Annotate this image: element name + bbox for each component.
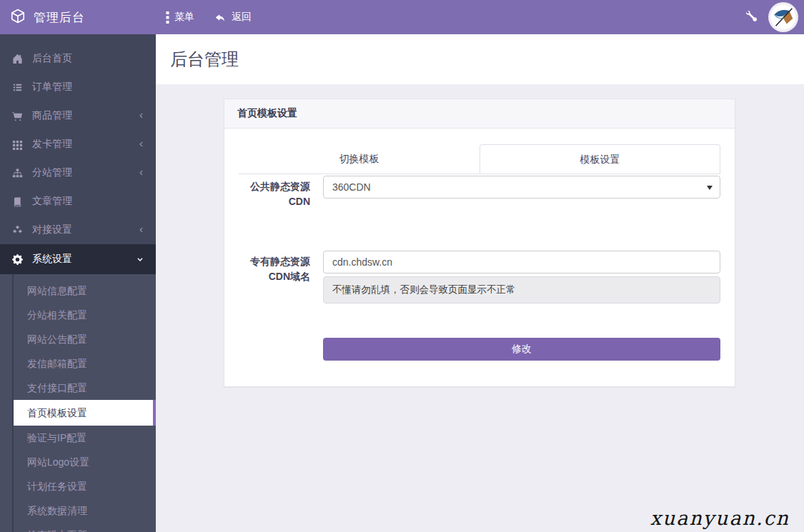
sidebar-item-label: 商品管理 xyxy=(32,109,138,122)
tab-bar: 切换模板 模板设置 xyxy=(239,144,720,174)
submenu-item-substation-config[interactable]: 分站相关配置 xyxy=(0,303,156,327)
chevron-left-icon xyxy=(138,169,144,177)
submenu-item-verify-ip[interactable]: 验证与IP配置 xyxy=(0,426,156,450)
caret-down-icon xyxy=(707,186,713,190)
sidebar-item-cards[interactable]: 发卡管理 xyxy=(0,130,156,159)
tools-button[interactable] xyxy=(733,0,770,34)
submenu-item-announcement[interactable]: 网站公告配置 xyxy=(0,327,156,351)
sidebar-item-products[interactable]: 商品管理 xyxy=(0,101,156,130)
submenu-item-mail[interactable]: 发信邮箱配置 xyxy=(0,351,156,376)
sidebar-item-label: 分站管理 xyxy=(32,166,138,179)
grid-icon xyxy=(11,139,23,150)
submenu-item-logo[interactable]: 网站Logo设置 xyxy=(0,450,156,474)
sidebar-item-label: 对接设置 xyxy=(32,224,138,236)
chevron-left-icon xyxy=(138,111,144,120)
public-cdn-label: 公共静态资源 CDN xyxy=(239,176,323,209)
sidebar-item-label: 订单管理 xyxy=(32,81,144,94)
card-header: 首页模板设置 xyxy=(224,99,735,129)
submenu-item-cron[interactable]: 计划任务设置 xyxy=(0,474,156,498)
gear-icon xyxy=(11,254,23,265)
card-body: 切换模板 模板设置 公共静态资源 CDN 360CDN xyxy=(224,129,735,386)
submenu-item-data-clean[interactable]: 系统数据清理 xyxy=(0,498,156,523)
cart-icon xyxy=(11,110,23,121)
menu-button-label: 菜单 xyxy=(174,11,194,24)
chevron-left-icon xyxy=(138,140,144,149)
brand[interactable]: 管理后台 xyxy=(0,9,156,26)
page-header: 后台管理 xyxy=(156,34,804,84)
wrench-icon xyxy=(746,11,757,24)
sidebar-item-label: 文章管理 xyxy=(32,195,144,208)
public-cdn-select[interactable]: 360CDN xyxy=(323,176,720,199)
menu-button[interactable]: 菜单 xyxy=(156,0,204,34)
cubes-icon xyxy=(11,224,23,236)
back-button[interactable]: 返回 xyxy=(204,0,262,34)
sidebar-item-label: 发卡管理 xyxy=(32,138,138,151)
chevron-left-icon xyxy=(138,226,144,234)
cube-logo-icon xyxy=(10,9,26,26)
public-cdn-row: 公共静态资源 CDN 360CDN xyxy=(239,176,720,209)
main-area: 后台管理 首页模板设置 切换模板 模板设置 公共静态资源 CDN xyxy=(156,34,804,532)
system-settings-submenu: 网站信息配置 分站相关配置 网站公告配置 发信邮箱配置 支付接口配置 首页模板设… xyxy=(0,274,156,532)
avatar[interactable] xyxy=(770,4,797,31)
submenu-item-version-check[interactable]: 检查版本更新 xyxy=(0,523,156,532)
reply-arrow-icon xyxy=(214,12,227,23)
page-title: 后台管理 xyxy=(170,48,239,71)
private-cdn-label: 专有静态资源 CDN域名 xyxy=(239,251,323,303)
sidebar-item-dashboard[interactable]: 后台首页 xyxy=(0,44,156,73)
sitemap-icon xyxy=(11,167,23,179)
private-cdn-input[interactable] xyxy=(323,251,720,273)
content-area: 首页模板设置 切换模板 模板设置 公共静态资源 CDN 360CDN xyxy=(156,84,804,532)
private-cdn-row: 专有静态资源 CDN域名 不懂请勿乱填，否则会导致页面显示不正常 xyxy=(239,251,720,303)
topbar: 管理后台 菜单 返回 xyxy=(0,0,804,34)
sidebar-item-integration[interactable]: 对接设置 xyxy=(0,216,156,244)
sidebar-item-orders[interactable]: 订单管理 xyxy=(0,73,156,101)
list-icon xyxy=(11,81,23,93)
chevron-down-icon xyxy=(136,256,144,263)
tab-switch-template[interactable]: 切换模板 xyxy=(239,144,480,174)
tab-template-settings[interactable]: 模板设置 xyxy=(480,144,720,174)
submenu-item-site-info[interactable]: 网站信息配置 xyxy=(0,278,156,303)
sidebar-item-label: 系统设置 xyxy=(32,253,136,266)
select-value: 360CDN xyxy=(332,181,371,193)
brand-title: 管理后台 xyxy=(34,9,85,26)
sidebar-item-system-settings[interactable]: 系统设置 xyxy=(0,244,156,274)
sidebar-item-label: 后台首页 xyxy=(32,52,144,65)
template-settings-form: 公共静态资源 CDN 360CDN 专有静态资源 xyxy=(239,176,720,361)
submit-row: 修改 xyxy=(239,338,720,361)
template-settings-card: 首页模板设置 切换模板 模板设置 公共静态资源 CDN 360CDN xyxy=(224,99,735,387)
sidebar: 后台首页 订单管理 商品管理 发卡管理 分站管理 xyxy=(0,34,156,532)
submit-button[interactable]: 修改 xyxy=(323,338,720,361)
submenu-item-payment[interactable]: 支付接口配置 xyxy=(0,376,156,400)
sidebar-item-substations[interactable]: 分站管理 xyxy=(0,159,156,187)
vertical-dots-icon xyxy=(166,11,169,24)
watermark-text: xuanyuan.cn xyxy=(650,507,790,529)
home-icon xyxy=(11,53,23,64)
private-cdn-help-text: 不懂请勿乱填，否则会导致页面显示不正常 xyxy=(323,276,720,303)
back-button-label: 返回 xyxy=(232,11,252,24)
sidebar-item-articles[interactable]: 文章管理 xyxy=(0,187,156,216)
avatar-logo-image xyxy=(770,4,797,31)
submenu-item-home-template[interactable]: 首页模板设置 xyxy=(14,400,156,426)
book-icon xyxy=(11,196,23,207)
